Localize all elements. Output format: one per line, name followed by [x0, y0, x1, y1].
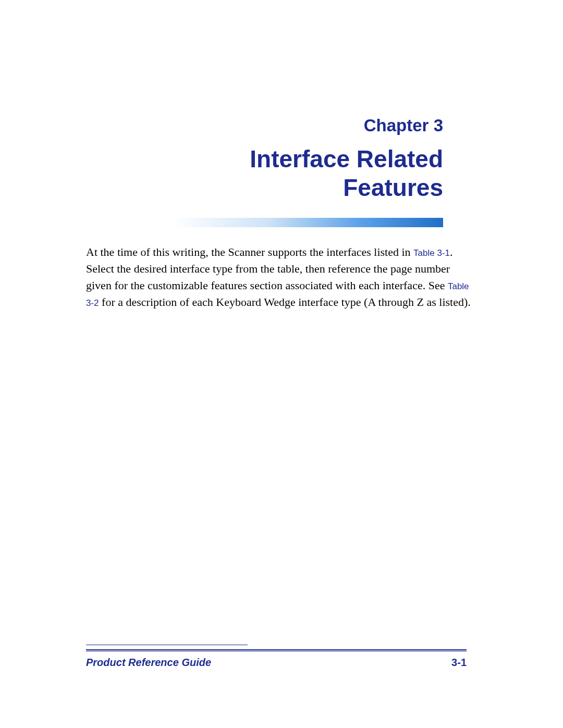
- body-paragraph: At the time of this writing, the Scanner…: [86, 244, 472, 311]
- footer-page-number: 3-1: [451, 657, 467, 669]
- title-underline-bar: [172, 218, 443, 227]
- page-footer: Product Reference Guide 3-1: [86, 645, 467, 669]
- footer-short-rule: [86, 645, 248, 645]
- footer-guide-title: Product Reference Guide: [86, 657, 211, 669]
- footer-rule-bottom: [86, 651, 467, 651]
- chapter-title: Interface Related Features: [86, 145, 443, 202]
- table-reference-1[interactable]: Table 3-1: [413, 248, 450, 258]
- chapter-title-line1: Interface Related: [250, 145, 443, 172]
- footer-rule-top: [86, 649, 467, 650]
- page-container: Chapter 3 Interface Related Features At …: [0, 0, 563, 728]
- body-text-segment-3: for a description of each Keyboard Wedge…: [99, 295, 471, 309]
- chapter-label: Chapter 3: [86, 116, 443, 135]
- footer-row: Product Reference Guide 3-1: [86, 657, 467, 669]
- body-text-segment-1: At the time of this writing, the Scanner…: [86, 245, 413, 258]
- chapter-title-line2: Features: [343, 174, 443, 201]
